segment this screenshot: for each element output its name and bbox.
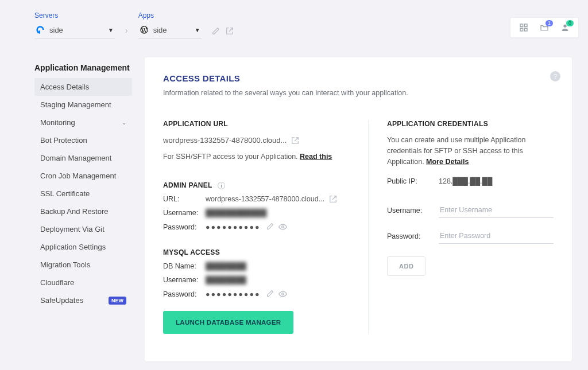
info-icon[interactable]: i (218, 182, 225, 189)
app-selector-block: Apps side ▼ (138, 11, 202, 38)
sidebar-item-label: Access Details (40, 83, 89, 91)
chevron-right-icon: › (125, 26, 128, 38)
sidebar-item-label: Monitoring (40, 118, 75, 127)
edit-icon[interactable] (266, 290, 274, 298)
svg-rect-3 (520, 24, 523, 27)
grid-view-icon[interactable] (519, 22, 529, 33)
sidebar-item-backup-and-restore[interactable]: Backup And Restore (34, 202, 132, 220)
page-subtitle: Information related to the several ways … (163, 89, 554, 97)
projects-badge: 1 (546, 20, 553, 26)
server-selector-block: Servers side ▼ (34, 11, 115, 38)
sidebar-item-label: Domain Management (40, 154, 111, 162)
wordpress-icon (140, 25, 149, 34)
sidebar-item-label: Staging Management (40, 100, 111, 109)
svg-point-8 (281, 226, 284, 228)
admin-url-value: wordpress-1332557-4878000.cloud... (206, 195, 324, 203)
sidebar-title: Application Management (34, 63, 132, 72)
top-toolbar: 1 0 (510, 17, 579, 38)
ssh-hint: For SSH/SFTP access to your Application.… (163, 153, 359, 161)
svg-rect-0 (38, 30, 40, 32)
open-external-icon[interactable] (226, 27, 234, 35)
edit-icon[interactable] (266, 223, 274, 231)
chevron-down-icon: ⌄ (122, 119, 126, 126)
team-badge: 0 (566, 20, 574, 26)
help-icon[interactable]: ? (550, 71, 560, 81)
sidebar: Application Management Access Details St… (34, 63, 132, 309)
sidebar-item-staging-management[interactable]: Staging Management (34, 96, 132, 114)
sidebar-item-migration-tools[interactable]: Migration Tools (34, 256, 132, 274)
chevron-down-icon: ▼ (195, 27, 200, 33)
server-selector[interactable]: side ▼ (34, 23, 115, 38)
svg-point-9 (281, 293, 284, 295)
application-url-value: wordpress-1332557-4878000.cloud... (163, 136, 287, 145)
admin-username-key: Username: (163, 209, 206, 217)
mysql-password-value: ●●●●●●●●●● (206, 290, 261, 298)
db-name-value: ████████ (206, 262, 246, 270)
sidebar-item-monitoring[interactable]: Monitoring ⌄ (34, 114, 132, 131)
sidebar-item-label: Cron Job Management (40, 172, 116, 180)
sidebar-item-domain-management[interactable]: Domain Management (34, 149, 132, 167)
app-name: side (153, 26, 167, 34)
app-selector[interactable]: side ▼ (138, 23, 202, 38)
sidebar-item-safeupdates[interactable]: SafeUpdates NEW (34, 291, 132, 309)
mysql-password-key: Password: (163, 290, 206, 298)
section-title-application-url: APPLICATION URL (163, 120, 359, 128)
public-ip-key: Public IP: (387, 177, 439, 185)
main-card: ? ACCESS DETAILS Information related to … (145, 57, 572, 361)
server-name: side (49, 26, 63, 34)
sidebar-item-label: Cloudflare (40, 278, 74, 287)
sidebar-item-ssl-certificate[interactable]: SSL Certificate (34, 185, 132, 202)
sidebar-item-label: Migration Tools (40, 260, 90, 269)
credential-password-input[interactable] (439, 228, 554, 244)
read-this-link[interactable]: Read this (300, 153, 332, 161)
more-details-link[interactable]: More Details (426, 158, 469, 166)
edit-icon[interactable] (212, 27, 220, 35)
reveal-icon[interactable] (278, 290, 287, 298)
credential-username-input[interactable] (439, 202, 554, 218)
admin-url-key: URL: (163, 195, 206, 203)
sidebar-item-label: Deployment Via Git (40, 225, 105, 233)
open-external-icon[interactable] (329, 195, 337, 203)
svg-rect-6 (524, 28, 527, 31)
sidebar-item-cloudflare[interactable]: Cloudflare (34, 274, 132, 291)
new-badge: NEW (109, 297, 126, 305)
servers-label: Servers (34, 11, 115, 20)
digitalocean-icon (36, 25, 45, 34)
breadcrumb: Servers side ▼ › Apps side ▼ (34, 11, 234, 38)
public-ip-value: 128.███.██.██ (439, 177, 492, 185)
team-icon[interactable]: 0 (560, 22, 570, 33)
credential-password-key: Password: (387, 232, 439, 240)
sidebar-item-label: Application Settings (40, 243, 106, 251)
credentials-description: You can create and use multiple Applicat… (387, 135, 554, 167)
apps-label: Apps (138, 11, 202, 20)
db-name-key: DB Name: (163, 262, 206, 270)
sidebar-item-access-details[interactable]: Access Details (34, 78, 132, 96)
left-column: APPLICATION URL wordpress-1332557-487800… (163, 120, 369, 334)
credential-username-key: Username: (387, 207, 439, 215)
open-external-icon[interactable] (291, 137, 299, 145)
svg-rect-4 (524, 24, 527, 27)
svg-point-7 (563, 25, 566, 28)
svg-rect-5 (520, 28, 523, 31)
sidebar-item-label: SSL Certificate (40, 189, 90, 198)
sidebar-item-bot-protection[interactable]: Bot Protection (34, 131, 132, 149)
projects-icon[interactable]: 1 (539, 22, 550, 33)
admin-password-value: ●●●●●●●●●● (206, 223, 261, 231)
reveal-icon[interactable] (278, 223, 287, 231)
launch-database-manager-button[interactable]: LAUNCH DATABASE MANAGER (163, 311, 293, 334)
app-quick-tools (212, 27, 234, 38)
admin-password-key: Password: (163, 223, 206, 231)
right-column: APPLICATION CREDENTIALS You can create a… (369, 120, 554, 334)
sidebar-item-label: SafeUpdates (40, 296, 83, 305)
mysql-username-key: Username: (163, 276, 206, 284)
section-title-application-credentials: APPLICATION CREDENTIALS (387, 120, 554, 128)
chevron-down-icon: ▼ (108, 27, 114, 33)
add-credential-button[interactable]: ADD (387, 256, 425, 276)
sidebar-item-application-settings[interactable]: Application Settings (34, 238, 132, 256)
sidebar-item-label: Bot Protection (40, 136, 87, 145)
sidebar-item-label: Backup And Restore (40, 207, 109, 216)
section-title-mysql-access: MYSQL ACCESS (163, 248, 359, 256)
sidebar-item-deployment-via-git[interactable]: Deployment Via Git (34, 220, 132, 238)
section-title-admin-panel: ADMIN PANEL i (163, 181, 359, 189)
sidebar-item-cron-job-management[interactable]: Cron Job Management (34, 167, 132, 185)
